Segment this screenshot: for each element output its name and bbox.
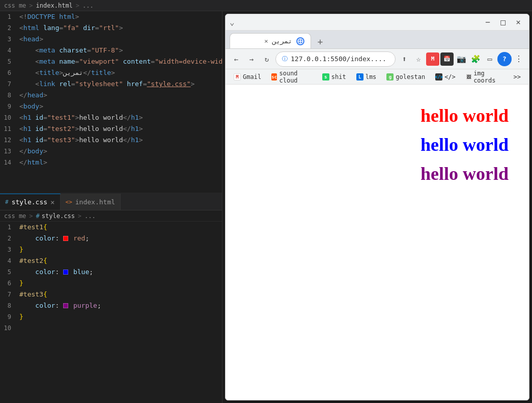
bookmark-golestan[interactable]: g golestan bbox=[382, 72, 429, 82]
line-content-6: <title>تمرین</title> bbox=[19, 67, 222, 78]
gmail-favicon: M bbox=[234, 73, 241, 80]
new-tab-button[interactable]: + bbox=[313, 34, 327, 48]
css-line-num-1: 1 bbox=[0, 222, 19, 233]
line-content-14: </html> bbox=[19, 157, 222, 168]
line-num-2: 2 bbox=[0, 23, 19, 34]
browser-tab-close-icon[interactable]: × bbox=[264, 37, 268, 45]
bookmark-icon[interactable]: ☆ bbox=[412, 52, 425, 66]
sidebar-button[interactable]: ▭ bbox=[483, 52, 496, 66]
browser-tab-bar: تمرین × + bbox=[226, 31, 529, 49]
line-num-12: 12 bbox=[0, 135, 19, 146]
forward-button[interactable]: → bbox=[245, 52, 258, 66]
css-line-2: 2 color: red; bbox=[0, 233, 222, 244]
editor-bc-dots: ... bbox=[85, 212, 96, 220]
tab-index-html-label: index.html bbox=[75, 198, 115, 206]
editor-breadcrumb: css me > # style.css > ... bbox=[0, 210, 222, 222]
browser-toolbar-icons: ⬆ ☆ M 📅 📷 🧩 ▭ ? ⋮ bbox=[398, 52, 525, 66]
bookmark-imgcoords[interactable]: 🖼 img coords bbox=[462, 69, 508, 85]
browser-panel: ⌄ − □ × تمرین × + ← → ↻ bbox=[225, 14, 529, 400]
line-num-5: 5 bbox=[0, 57, 19, 67]
soundcloud-favicon: sc bbox=[271, 73, 277, 80]
url-bar[interactable]: ⓘ 127.0.0.1:5500/index.... bbox=[275, 51, 396, 67]
css-line-content-5: color: blue; bbox=[19, 266, 222, 277]
tab-close-icon[interactable]: × bbox=[50, 199, 54, 206]
tab-index-html[interactable]: <> index.html bbox=[61, 194, 121, 210]
bookmark-more-label: >> bbox=[514, 73, 521, 80]
extension-icon2[interactable]: 📅 bbox=[440, 52, 454, 66]
line-num-1: 1 bbox=[0, 12, 19, 22]
extension-icon3[interactable]: 📷 bbox=[455, 52, 468, 66]
line-num-11: 11 bbox=[0, 124, 19, 135]
line-content-2: <html lang="fa" dir="rtl"> bbox=[19, 22, 222, 33]
minimize-button[interactable]: − bbox=[481, 17, 494, 28]
extension-icon1[interactable]: M bbox=[426, 52, 439, 66]
bookmark-more[interactable]: >> bbox=[510, 72, 525, 82]
line-num-14: 14 bbox=[0, 157, 19, 168]
code-line-13: 13 </body> bbox=[0, 146, 222, 157]
bc-file1: index.html bbox=[36, 2, 73, 9]
back-button[interactable]: ← bbox=[230, 52, 243, 66]
more-options-button[interactable]: ⋮ bbox=[513, 54, 525, 64]
extensions-button[interactable]: 🧩 bbox=[469, 52, 482, 66]
css-line-content-1: #test1{ bbox=[19, 222, 222, 232]
bookmark-lms[interactable]: L lms bbox=[352, 72, 381, 82]
code-line-4: 4 <meta charset="UTF-8"> bbox=[0, 45, 222, 56]
code-line-11: 11 <h1 id="test2">hello world</h1> bbox=[0, 123, 222, 135]
browser-titlebar: ⌄ − □ × bbox=[226, 14, 529, 31]
close-button[interactable]: × bbox=[512, 17, 525, 28]
browser-content: hello world hello world hello world bbox=[226, 85, 529, 400]
window-controls-right: − □ × bbox=[481, 17, 525, 28]
bookmark-code[interactable]: </> </> bbox=[431, 72, 460, 82]
css-code-area: 1 #test1{ 2 color: red; 3 } 4 #test2{ 5 bbox=[0, 222, 222, 403]
maximize-button[interactable]: □ bbox=[496, 17, 510, 28]
css-file-icon: # bbox=[5, 199, 9, 205]
css-line-1: 1 #test1{ bbox=[0, 222, 222, 233]
editor-bc-cssme: css me bbox=[4, 212, 26, 220]
tab-style-css-label: style.css bbox=[12, 198, 47, 206]
share-icon[interactable]: ⬆ bbox=[398, 52, 411, 66]
line-content-7: <link rel="stylesheet" href="style.css"> bbox=[19, 78, 222, 89]
hello-world-blue: hello world bbox=[421, 134, 509, 155]
code-line-6: 6 <title>تمرین</title> bbox=[0, 67, 222, 78]
css-line-content-2: color: red; bbox=[19, 233, 222, 244]
css-line-6: 6 } bbox=[0, 278, 222, 289]
css-line-num-7: 7 bbox=[0, 289, 19, 300]
purple-swatch bbox=[63, 303, 68, 308]
bookmark-shit[interactable]: s shit bbox=[318, 72, 350, 82]
bc-sep2: > bbox=[76, 2, 79, 9]
browser-tab-title: تمرین bbox=[272, 37, 292, 45]
expand-icon[interactable]: ⌄ bbox=[230, 17, 235, 27]
url-text: 127.0.0.1:5500/index.... bbox=[291, 55, 386, 63]
reload-button[interactable]: ↻ bbox=[260, 52, 273, 66]
tab-style-css[interactable]: # style.css × bbox=[0, 194, 61, 210]
line-num-9: 9 bbox=[0, 101, 19, 112]
code-line-9: 9 <body> bbox=[0, 101, 222, 112]
code-line-8: 8 </head> bbox=[0, 90, 222, 101]
bookmark-shit-label: shit bbox=[331, 73, 346, 80]
css-line-10: 10 bbox=[0, 323, 222, 334]
editor-bc-file: style.css bbox=[42, 212, 75, 220]
bookmark-soundcloud[interactable]: sc sound cloud bbox=[267, 69, 316, 85]
css-line-num-10: 10 bbox=[0, 323, 19, 334]
css-line-content-7: #test3{ bbox=[19, 289, 222, 300]
css-line-3: 3 } bbox=[0, 244, 222, 255]
profile-avatar[interactable]: ? bbox=[497, 52, 512, 66]
lms-favicon: L bbox=[356, 73, 363, 80]
line-num-3: 3 bbox=[0, 34, 19, 45]
css-line-7: 7 #test3{ bbox=[0, 289, 222, 300]
browser-active-tab[interactable]: تمرین × bbox=[230, 33, 311, 48]
css-line-content-3: } bbox=[19, 244, 222, 255]
html-code-area: 1 <!DOCTYPE html> 2 <html lang="fa" dir=… bbox=[0, 11, 222, 193]
bookmark-gmail[interactable]: M Gmail bbox=[230, 72, 265, 82]
line-content-1: <!DOCTYPE html> bbox=[19, 11, 222, 22]
css-line-content-8: color: purple; bbox=[19, 300, 222, 311]
line-num-6: 6 bbox=[0, 68, 19, 78]
bookmark-lms-label: lms bbox=[366, 73, 377, 80]
line-content-13: </body> bbox=[19, 146, 222, 156]
editor-tab-bar: # style.css × <> index.html bbox=[0, 193, 222, 210]
css-lines: 1 #test1{ 2 color: red; 3 } 4 #test2{ 5 bbox=[0, 222, 222, 334]
golestan-favicon: g bbox=[386, 73, 394, 80]
line-num-7: 7 bbox=[0, 79, 19, 90]
css-line-num-4: 4 bbox=[0, 256, 19, 266]
bookmark-imgcoords-label: img coords bbox=[473, 70, 503, 84]
